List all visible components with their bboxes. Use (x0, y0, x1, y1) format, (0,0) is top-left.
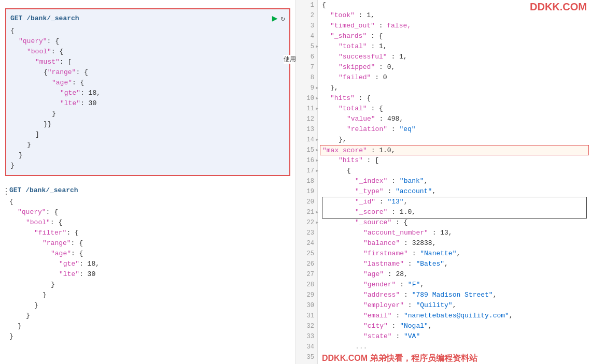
json-line-14: }, (322, 135, 587, 145)
line-num-5: 5 (296, 41, 317, 52)
line-num-14: 14 (296, 135, 317, 145)
json-line-22: "_source" : { (322, 217, 587, 228)
right-panel: 1 2 3 4 5 6 7 8 9 10 11 12 13 14 15 16 1… (295, 0, 591, 364)
ddkk-bottom-label: DDKK.COM 弟弟快看，程序员编程资料站 (322, 354, 477, 362)
line-num-24: 24 (296, 238, 317, 249)
json-line-26: "lastname" : "Bates", (322, 259, 587, 269)
code-line: ] (10, 129, 285, 140)
line-num-3: 3 (296, 21, 317, 31)
code-line: } (10, 140, 285, 150)
json-line-12: "value" : 498, (322, 114, 587, 124)
code-line: "gte": 18, (9, 259, 286, 269)
line-num-15: 15 (296, 145, 317, 155)
line-num-11: 11 (296, 104, 317, 114)
code-line: {"range": { (10, 67, 285, 78)
ddkk-top-brand: DDKK.COM (530, 1, 587, 13)
line-num-4: 4 (296, 31, 317, 41)
line-num-9: 9 (296, 83, 317, 93)
code-line: } (10, 161, 285, 171)
code-line: "query": { (10, 36, 285, 47)
line-num-29: 29 (296, 290, 317, 300)
json-line-20: "_id" : "13", (322, 197, 587, 207)
code-line: { (9, 197, 286, 207)
code-line: "age": { (9, 249, 286, 259)
code-line: "must": [ (10, 57, 285, 67)
top-code-content: { "query": { "bool": { "must": [ {"range… (10, 26, 285, 171)
json-line-3: "timed_out" : false, (322, 21, 587, 31)
line-num-12: 12 (296, 114, 317, 124)
method-url-input[interactable]: GET /bank/_search (10, 14, 268, 22)
json-line-16: "hits" : [ (322, 155, 587, 166)
line-num-13: 13 (296, 124, 317, 135)
json-line-29: "address" : "789 Madison Street", (322, 290, 587, 300)
line-num-28: 28 (296, 280, 317, 290)
json-line-10: "hits" : { (322, 93, 587, 104)
line-numbers: 1 2 3 4 5 6 7 8 9 10 11 12 13 14 15 16 1… (296, 0, 318, 364)
editor-toolbar: GET /bank/_search ▶ ↻ (10, 12, 285, 24)
left-panel: GET /bank/_search ▶ ↻ { "query": { "bool… (0, 0, 295, 364)
line-num-7: 7 (296, 62, 317, 72)
json-line-23: "account_number" : 13, (322, 228, 587, 238)
line-num-26: 26 (296, 259, 317, 269)
code-line: "lte": 30 (10, 98, 285, 109)
code-line: "bool": { (9, 217, 286, 228)
line-num-2: 2 (296, 10, 317, 21)
wrench-button[interactable]: ↻ (281, 14, 285, 23)
line-num-30: 30 (296, 300, 317, 311)
line-num-6: 6 (296, 52, 317, 62)
line-num-23: 23 (296, 228, 317, 238)
code-line: }} (10, 119, 285, 129)
code-line: "bool": { (10, 47, 285, 57)
json-line-19: "_type" : "account", (322, 186, 587, 197)
code-line: } (9, 280, 286, 290)
json-line-24: "balance" : 32838, (322, 238, 587, 249)
json-line-9: }, (322, 83, 587, 93)
json-line-5: "total" : 1, (322, 41, 587, 52)
json-line-34: ... (322, 342, 587, 352)
play-button[interactable]: ▶ (272, 12, 278, 24)
json-line-25: "firstname" : "Nanette", (322, 249, 587, 259)
code-line: } (9, 290, 286, 300)
json-line-17: { (322, 166, 587, 176)
line-num-20: 20 (296, 197, 317, 207)
code-area: { "took" : 1, "timed_out" : false, "_sha… (318, 0, 591, 364)
code-line: "query": { (9, 207, 286, 217)
scroll-dots[interactable]: ⋮ (2, 186, 10, 197)
code-line: "gte": 18, (10, 88, 285, 98)
line-num-35: 35 (296, 352, 317, 362)
annotation-arrow: 使用must查询 (284, 55, 295, 64)
code-line: } (9, 321, 286, 331)
scroll-dot[interactable]: ⋮ (2, 186, 10, 197)
line-num-17: 17 (296, 166, 317, 176)
line-num-8: 8 (296, 72, 317, 83)
code-line: { (10, 26, 285, 36)
line-num-19: 19 (296, 186, 317, 197)
json-line-15: "max_score" : 1.0, (320, 145, 589, 155)
line-num-1: 1 (296, 0, 317, 10)
line-num-33: 33 (296, 331, 317, 342)
json-line-7: "skipped" : 0, (322, 62, 587, 72)
line-numbers-container: 1 2 3 4 5 6 7 8 9 10 11 12 13 14 15 16 1… (296, 0, 591, 364)
json-line-33: "state" : "VA" (322, 331, 587, 342)
line-num-34: 34 (296, 342, 317, 352)
line-num-21: 21 (296, 207, 317, 217)
code-line: } (9, 311, 286, 321)
annotation-text: 使用must查询 (284, 55, 295, 64)
line-num-10: 10 (296, 93, 317, 104)
line-num-31: 31 (296, 311, 317, 321)
line-num-27: 27 (296, 269, 317, 280)
json-line-11: "total" : { (322, 104, 587, 114)
json-line-31: "email" : "nanettebates@quility.com", (322, 311, 587, 321)
json-line-4: "_shards" : { (322, 31, 587, 41)
line-num-25: 25 (296, 249, 317, 259)
code-line: "lte": 30 (9, 269, 286, 280)
bottom-method-line: GET /bank/_search (9, 185, 286, 196)
json-line-28: "gender" : "F", (322, 280, 587, 290)
json-line-30: "employer" : "Quility", (322, 300, 587, 311)
json-line-21: "_score" : 1.0, (322, 207, 587, 217)
code-line: "filter": { (9, 228, 286, 238)
bottom-code-section: GET /bank/_search { "query": { "bool": {… (5, 185, 290, 342)
code-line: "range": { (9, 238, 286, 249)
line-num-32: 32 (296, 321, 317, 331)
code-line: } (10, 109, 285, 119)
